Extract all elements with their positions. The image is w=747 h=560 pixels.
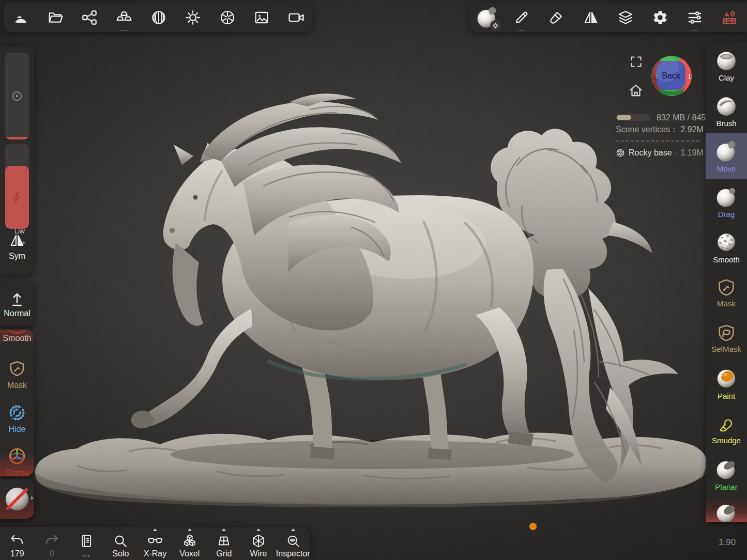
- layers-button[interactable]: [608, 3, 643, 32]
- memory-text: 832 MB / 845 M: [657, 113, 706, 121]
- tool-paint[interactable]: Paint: [706, 361, 747, 406]
- voxel-button[interactable]: Voxel: [172, 527, 207, 560]
- postprocess-button[interactable]: [210, 3, 245, 32]
- grid-button[interactable]: Grid: [207, 527, 241, 560]
- radius-slider[interactable]: [5, 53, 29, 139]
- gear-badge-icon: [490, 20, 501, 31]
- left-slider-panel: L/W Sym: [0, 46, 34, 275]
- symmetry-toggle[interactable]: L/W Sym: [0, 231, 34, 261]
- history-button[interactable]: ...: [69, 527, 103, 560]
- active-brush-preview-button[interactable]: [469, 3, 504, 32]
- settings-gear-icon: [652, 9, 668, 26]
- partial-tool-sphere-icon: [714, 501, 738, 522]
- solo-button[interactable]: Solo: [103, 527, 138, 560]
- folder-icon: [47, 9, 64, 26]
- gizmo-axes-icon: [7, 446, 27, 466]
- brush-sphere-icon: [714, 94, 738, 118]
- left-action-panel: Smooth Mask Hide Gizmo: [0, 330, 34, 476]
- scene-graph-icon: [81, 9, 98, 26]
- tool-smooth[interactable]: Smooth: [706, 224, 747, 270]
- settings-button[interactable]: [643, 3, 678, 32]
- fullscreen-button[interactable]: [629, 55, 643, 70]
- mask-action-button[interactable]: Mask: [0, 360, 34, 390]
- undo-count: 179: [10, 549, 24, 558]
- wire-button[interactable]: Wire: [241, 527, 276, 560]
- tool-palette-sidebar: Clay Brush Move Drag Smooth: [706, 42, 747, 522]
- tool-drag[interactable]: Drag: [706, 179, 747, 224]
- gizmo-action-button[interactable]: Gizmo: [0, 446, 34, 476]
- tool-planar[interactable]: Planar: [706, 452, 747, 497]
- tool-mask[interactable]: Mask: [706, 270, 747, 315]
- lighting-button[interactable]: [176, 3, 210, 32]
- stroke-more-dots: ...: [504, 26, 539, 32]
- mask-label: Mask: [0, 381, 34, 390]
- xray-glasses-icon: [147, 532, 163, 549]
- scene-vertices: Scene vertices： 2.92M: [616, 125, 706, 135]
- camera-button[interactable]: [279, 3, 314, 32]
- home-view-button[interactable]: [628, 83, 644, 100]
- painting-settings-button[interactable]: [539, 3, 573, 32]
- hide-dots-icon: [8, 403, 26, 422]
- files-button[interactable]: [38, 3, 73, 32]
- tool-smudge[interactable]: Smudge: [706, 406, 747, 452]
- drag-sphere-icon: [714, 185, 738, 209]
- redo-button[interactable]: 0: [35, 527, 69, 560]
- symmetry-mirror-icon: [583, 9, 599, 26]
- caret-up-icon: [188, 528, 192, 531]
- camera-video-icon: [287, 9, 305, 26]
- zoom-level-indicator: 1.90: [719, 537, 736, 548]
- planar-sphere-icon: [714, 458, 738, 481]
- undo-button[interactable]: 179: [0, 527, 35, 560]
- falloff-normal-button[interactable]: Normal: [4, 290, 31, 318]
- arrow-up-icon: [8, 290, 26, 308]
- solo-magnifier-icon: [113, 533, 128, 549]
- redo-count: 0: [50, 549, 54, 558]
- postprocess-aperture-icon: [219, 9, 236, 26]
- material-disabled-button[interactable]: [0, 479, 34, 519]
- mask-shield-icon: [8, 360, 26, 378]
- smudge-hand-icon: [715, 413, 737, 435]
- material-paintbrush-icon: [548, 9, 565, 26]
- background-image-icon: [253, 9, 270, 26]
- hide-action-button[interactable]: Hide: [0, 403, 34, 434]
- smooth-label: Smooth: [3, 334, 31, 343]
- global-filters-button[interactable]: ...: [678, 3, 712, 32]
- nomad-logo-icon: [12, 9, 29, 26]
- hide-label: Hide: [0, 425, 34, 434]
- bake-button[interactable]: ...: [107, 3, 142, 32]
- smooth-action-button[interactable]: Smooth: [0, 334, 34, 343]
- material-button[interactable]: [141, 3, 176, 32]
- tool-move[interactable]: Move: [706, 133, 747, 179]
- sym-lw-badge: L/W: [14, 228, 25, 235]
- stroke-settings-button[interactable]: ...: [504, 3, 539, 32]
- intensity-slider[interactable]: [5, 144, 29, 229]
- background-button[interactable]: [245, 3, 279, 32]
- layer-row-rocky-base[interactable]: Rocky base · 1.19M: [616, 148, 706, 158]
- scene-graph-button[interactable]: [72, 3, 107, 32]
- tool-palette-scroll-fade[interactable]: [706, 497, 747, 522]
- caret-up-icon: [222, 528, 226, 531]
- tool-selmask[interactable]: SelMask: [706, 315, 747, 361]
- redo-arrow-icon: [44, 533, 59, 549]
- inspector-button[interactable]: Inspector: [276, 527, 310, 560]
- clay-sphere-icon: [714, 49, 738, 72]
- bake-layers-icon: [115, 9, 133, 26]
- matcap-sphere-icon: [150, 9, 167, 26]
- app-menu-button[interactable]: [4, 3, 38, 32]
- lighting-sun-icon: [185, 9, 201, 26]
- tool-clay[interactable]: Clay: [706, 42, 747, 88]
- left-falloff-panel: Normal: [0, 282, 34, 326]
- smooth-sphere-icon: [714, 230, 738, 254]
- symmetry-button[interactable]: [573, 3, 608, 32]
- caret-up-icon: [153, 528, 157, 531]
- layer-separator: [616, 141, 699, 142]
- tool-brush[interactable]: Brush: [706, 88, 747, 133]
- toolbox-button[interactable]: [712, 3, 747, 32]
- active-brush-sphere-icon: [475, 6, 499, 29]
- xray-button[interactable]: X-Ray: [138, 527, 173, 560]
- mesh-sphere-icon: [616, 148, 625, 158]
- sidebar-page-dot[interactable]: [529, 523, 537, 530]
- navigation-view-sphere[interactable]: Back L: [650, 55, 693, 97]
- gizmo-label: Gizmo: [0, 469, 34, 476]
- history-book-icon: [79, 533, 94, 549]
